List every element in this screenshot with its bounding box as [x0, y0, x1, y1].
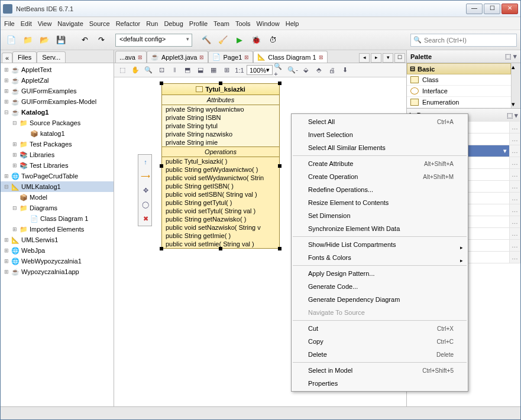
tree-item[interactable]: ⊞☕AppletText	[1, 64, 114, 75]
menu-item[interactable]: Invert Selection	[292, 128, 468, 141]
redo-button[interactable]: ↷	[94, 33, 108, 47]
scrollbar-up[interactable]: ▴	[512, 63, 520, 71]
tree-item[interactable]: ⊟📁Diagrams	[1, 203, 114, 213]
profile-button[interactable]: ⏱	[266, 33, 280, 47]
menu-help[interactable]: Help	[286, 20, 299, 27]
delete-tool[interactable]: ✖	[140, 213, 151, 224]
property-edit-button[interactable]: …	[510, 145, 520, 157]
tree-item[interactable]: ⊞📁Imported Elements	[1, 224, 114, 235]
tree-twisty[interactable]: ⊞	[3, 173, 9, 179]
tree-twisty[interactable]: ⊞	[3, 248, 9, 253]
grid-button[interactable]: ▦	[208, 64, 219, 76]
props-minimize[interactable]: ▾	[514, 112, 518, 119]
diagram-tool-a[interactable]: ⬙	[300, 64, 312, 76]
select-tool[interactable]: ⬚	[117, 64, 128, 76]
resize-handle[interactable]	[219, 82, 222, 85]
tree-twisty[interactable]: ⊟	[11, 205, 18, 211]
menu-navigate[interactable]: Navigate	[57, 20, 83, 27]
circle-tool[interactable]: ◯	[140, 198, 151, 210]
maximize-button[interactable]: ☐	[484, 4, 500, 14]
resize-handle[interactable]	[278, 82, 281, 85]
snap-button[interactable]: ⊞	[221, 64, 232, 76]
tree-item[interactable]: ⊞📚Test Libraries	[1, 160, 114, 171]
menu-item[interactable]: Synchronize Element With Data	[292, 222, 468, 235]
tree-twisty[interactable]: ⊞	[11, 152, 18, 158]
palette-item[interactable]: Class	[407, 74, 511, 86]
connector-tool[interactable]: ⟶	[140, 170, 151, 182]
zoom-tool[interactable]: 🔍	[143, 64, 154, 76]
zoom-out[interactable]: 🔍-	[287, 64, 299, 76]
tab-close-icon[interactable]: ⊠	[199, 54, 204, 60]
menu-item[interactable]: Select AllCtrl+A	[292, 115, 468, 128]
menu-item[interactable]: Resize Element to Contents	[292, 196, 468, 209]
attribute-row[interactable]: private String imie	[162, 138, 279, 146]
menu-tools[interactable]: Tools	[235, 20, 251, 27]
tree-item[interactable]: ⊞🌐TwoPageCrudTable	[1, 171, 114, 181]
maximize-editor-button[interactable]: ☐	[394, 53, 405, 63]
attribute-row[interactable]: private String tytul	[162, 122, 279, 130]
resize-handle[interactable]	[278, 164, 281, 168]
attribute-row[interactable]: private String nazwisko	[162, 130, 279, 138]
operation-row[interactable]: public void setNazwisko( String v	[162, 223, 279, 232]
menu-profile[interactable]: Profile	[189, 20, 208, 27]
menu-item[interactable]: Fonts & Colors	[292, 251, 468, 264]
operation-row[interactable]: public String getTytul( )	[162, 198, 279, 207]
property-edit-button[interactable]: …	[510, 134, 520, 145]
property-edit-button[interactable]: …	[510, 181, 520, 192]
tree-twisty[interactable]: ⊞	[3, 77, 9, 83]
property-edit-button[interactable]: …	[510, 122, 520, 133]
editor-tab[interactable]: 📄Page1⊠	[208, 51, 253, 63]
menu-item[interactable]: Create OperationAlt+Shift+M	[292, 170, 468, 183]
new-project-button[interactable]: 📁	[21, 33, 35, 47]
scrollbar-track[interactable]	[512, 71, 520, 100]
menu-item[interactable]: Select in ModelCtrl+Shift+5	[292, 364, 468, 377]
export-button[interactable]: ⬇	[339, 64, 351, 76]
property-edit-button[interactable]: …	[510, 240, 520, 251]
tree-item[interactable]: 📦Model	[1, 192, 114, 203]
palette-item[interactable]: Interface	[407, 86, 511, 97]
property-edit-button[interactable]: …	[510, 193, 520, 204]
tree-item[interactable]: ⊞☕GUIFormExamples	[1, 86, 114, 96]
property-edit-button[interactable]: …	[510, 169, 520, 180]
tree-item[interactable]: ⊞📚Libraries	[1, 149, 114, 160]
tree-item[interactable]: ⊟📐UMLKatalog1	[1, 181, 114, 192]
menu-file[interactable]: File	[4, 20, 15, 27]
palette-close-icon[interactable]: ▾	[513, 53, 517, 60]
menu-window[interactable]: Window	[257, 20, 280, 27]
tree-twisty[interactable]: ⊞	[11, 226, 18, 232]
tree-item[interactable]: ⊞📁Test Packages	[1, 139, 114, 149]
tree-item[interactable]: ⊞☕AppletZal	[1, 75, 114, 86]
menu-item[interactable]: Show/Hide List Compartments	[292, 238, 468, 251]
tab-close-icon[interactable]: ⊠	[138, 54, 143, 60]
tree-twisty[interactable]: ⊞	[11, 162, 18, 168]
resize-handle[interactable]	[219, 247, 222, 250]
menu-view[interactable]: View	[38, 20, 52, 27]
minimize-pane-button[interactable]: «	[2, 53, 12, 63]
tree-twisty[interactable]: ⊞	[11, 141, 18, 147]
debug-button[interactable]: 🐞	[249, 33, 263, 47]
tree-item[interactable]: ⊞☕GUIFormExamples-Model	[1, 96, 114, 107]
palette-options-icon[interactable]: ⬚	[505, 53, 511, 60]
menu-item[interactable]: Set Dimension	[292, 209, 468, 222]
menu-debug[interactable]: Debug	[164, 20, 183, 27]
size-11[interactable]: 1:1	[234, 64, 245, 76]
operation-row[interactable]: public String getWydawnictwo( )	[162, 165, 279, 174]
pan-tool[interactable]: ✋	[130, 64, 141, 76]
tab-close-icon[interactable]: ⊠	[244, 54, 249, 60]
resize-handle[interactable]	[160, 164, 163, 168]
build-button[interactable]: 🔨	[199, 33, 213, 47]
uml-class-element[interactable]: Tytul_ksiazki Attributes private String …	[161, 83, 280, 249]
menu-item[interactable]: Redefine Operations...	[292, 183, 468, 196]
tree-item[interactable]: ⊞📐UMLSerwis1	[1, 235, 114, 245]
menu-team[interactable]: Team	[213, 20, 229, 27]
undo-button[interactable]: ↶	[77, 33, 92, 47]
property-edit-button[interactable]: …	[510, 252, 520, 263]
palette-item[interactable]: Enumeration	[407, 97, 511, 108]
save-all-button[interactable]: 💾	[54, 33, 68, 47]
tree-twisty[interactable]: ⊞	[3, 269, 9, 275]
zoom-level[interactable]: 100% ▾	[247, 65, 273, 75]
tree-twisty[interactable]: ⊞	[3, 88, 9, 94]
tree-twisty[interactable]: ⊟	[3, 109, 9, 115]
props-options[interactable]: ⬚	[507, 112, 513, 119]
search-box[interactable]: 🔍	[410, 34, 517, 47]
